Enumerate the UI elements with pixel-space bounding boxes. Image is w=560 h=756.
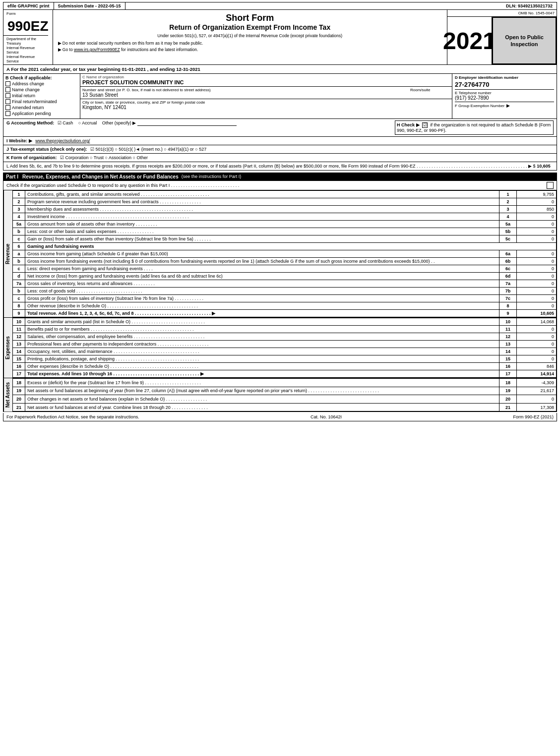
form-subtitle: Return of Organization Exempt From Incom… (58, 23, 442, 31)
form-of-org-row: K Form of organization: ☑ Corporation ○ … (3, 154, 557, 162)
org-name: PROJECT SOLUTION COMMUNITY INC (82, 79, 450, 85)
table-row: 20 Other changes in net assets or fund b… (13, 395, 557, 404)
part1-header: Part I Revenue, Expenses, and Changes in… (3, 173, 557, 181)
irs-link: ▶ Go to www.irs.gov/Form990EZ for instru… (58, 47, 442, 52)
address-value: 13 Susan Street (82, 92, 405, 98)
form-ref: Form 990-EZ (2021) (513, 414, 554, 419)
group-exemption-label: F Group Exemption Number (455, 104, 504, 108)
website-row: I Website: ▶ www.theprojectsolution.org/ (3, 137, 557, 145)
check-name-change: Name change (5, 87, 78, 92)
org-name-label: C Name of organization (82, 75, 450, 79)
check-initial-return: Initial return (5, 93, 78, 98)
tax-exempt-row: J Tax-exempt status (check only one): ☑ … (3, 145, 557, 154)
submission-date: Submission Date - 2022-05-15 (54, 2, 125, 9)
table-row: 2 Program service revenue including gove… (13, 198, 557, 206)
line-l-row: L Add lines 5b, 6c, and 7b to line 9 to … (3, 162, 557, 171)
table-row: c Less: direct expenses from gaming and … (13, 265, 557, 273)
table-row: 15 Printing, publications, postage, and … (13, 355, 557, 363)
table-row: 8 Other revenue (describe in Schedule O)… (13, 302, 557, 310)
omb-number: OMB No. 1545-0047 (447, 10, 557, 17)
dept-info: Department of the Treasury Internal Reve… (3, 35, 48, 64)
paperwork-notice: For Paperwork Reduction Act Notice, see … (6, 414, 139, 419)
table-row: c Gain or (loss) from sale of assets oth… (13, 235, 557, 243)
ein-value: 27-2764770 (455, 81, 554, 88)
checkbox-name[interactable] (5, 87, 10, 92)
city-value: Kingston, NY 12401 (82, 105, 450, 110)
city-label: City or town, state or province, country… (82, 100, 450, 105)
phone-value: (917) 922-7890 (455, 95, 554, 101)
table-row: 10 Grants and similar amounts paid (list… (13, 318, 557, 326)
table-row: 11 Benefits paid to or for members . . .… (13, 326, 557, 333)
table-row: a Gross income from gaming (attach Sched… (13, 250, 557, 258)
efile-label: efile GRAPHIC print (3, 2, 54, 9)
table-row: 7a Gross sales of inventory, less return… (13, 280, 557, 288)
table-row: 3 Membership dues and assessments . . . … (13, 206, 557, 213)
check-application-pending: Application pending (5, 111, 78, 116)
checkbox-amended[interactable] (5, 105, 10, 110)
section-b-label: B Check if applicable: (5, 75, 78, 80)
revenue-section-label: Revenue (3, 190, 12, 317)
form-title: Short Form (58, 13, 442, 23)
address-label: Number and street (or P. O. box, if mail… (82, 88, 405, 92)
initial-return-label: Initial return (12, 93, 35, 98)
cat-no: Cat. No. 10642I (311, 414, 342, 419)
phone-label: E Telephone number (455, 91, 554, 95)
form-number: 990EZ (3, 17, 53, 35)
table-row: 1 Contributions, gifts, grants, and simi… (13, 191, 557, 198)
address-change-label: Address change (12, 81, 44, 86)
section-h: H Check ▶ ☑ if the organization is not r… (395, 120, 554, 135)
expenses-section-label: Expenses (3, 318, 12, 378)
table-row: 14 Occupancy, rent, utilities, and maint… (13, 348, 557, 355)
table-row: c Gross profit or (loss) from sales of i… (13, 295, 557, 302)
checkbox-address[interactable] (5, 81, 10, 86)
form-label: Form (3, 10, 53, 17)
table-row: 21 Net assets or fund balances at end of… (13, 403, 557, 411)
footer: For Paperwork Reduction Act Notice, see … (3, 413, 557, 421)
table-row: d Net income or (loss) from gaming and f… (13, 273, 557, 280)
check-amended-return: Amended return (5, 105, 78, 110)
checkbox-initial[interactable] (5, 93, 10, 98)
table-row: 16 Other expenses (describe in Schedule … (13, 363, 557, 370)
section-a: A For the 2021 calendar year, or tax yea… (3, 65, 557, 74)
website-url[interactable]: www.theprojectsolution.org/ (35, 138, 90, 143)
section-g: G Accounting Method: ☑ Cash ○ Accrual Ot… (6, 120, 390, 126)
checkbox-final[interactable] (5, 99, 10, 104)
form-year: 2021 (447, 17, 492, 64)
table-row: 19 Net assets or fund balances at beginn… (13, 387, 557, 395)
open-to-public: Open to Public Inspection (492, 17, 557, 64)
amended-return-label: Amended return (12, 105, 44, 110)
table-row: b Gross income from fundraising events (… (13, 258, 557, 265)
final-return-label: Final return/terminated (12, 99, 57, 104)
application-pending-label: Application pending (12, 111, 51, 116)
table-row: b Less: cost of goods sold . . . . . . .… (13, 288, 557, 295)
check-address-change: Address change (5, 81, 78, 86)
table-row: 6 Gaming and fundraising events (13, 243, 557, 250)
net-assets-section-label: Net Assets (3, 378, 12, 411)
table-row: 18 Excess or (deficit) for the year (Sub… (13, 379, 557, 387)
table-row: 12 Salaries, other compensation, and emp… (13, 333, 557, 341)
name-change-label: Name change (12, 87, 40, 92)
part1-check-row: Check if the organization used Schedule … (3, 181, 557, 190)
checkbox-application[interactable] (5, 111, 10, 116)
ssn-notice: ▶ Do not enter social security numbers o… (58, 41, 442, 46)
table-row: 13 Professional fees and other payments … (13, 341, 557, 348)
under-section: Under section 501(c), 527, or 4947(a)(1)… (58, 33, 442, 38)
table-row: 17 Total expenses. Add lines 10 through … (13, 370, 557, 378)
room-label: Room/suite (410, 88, 450, 92)
table-row: 5a Gross amount from sale of assets othe… (13, 221, 557, 228)
table-row: 9 Total revenue. Add lines 1, 2, 3, 4, 5… (13, 310, 557, 317)
irs-url[interactable]: www.irs.gov/Form990EZ (74, 47, 120, 52)
table-row: b Less: cost or other basis and sales ex… (13, 228, 557, 235)
page: efile GRAPHIC print Submission Date - 20… (0, 0, 560, 423)
dln: DLN: 93492135021732 (502, 2, 557, 9)
group-exemption-arrow: ▶ (506, 103, 510, 108)
ein-label: D Employer identification number (455, 75, 554, 80)
check-final-return: Final return/terminated (5, 99, 78, 104)
table-row: 4 Investment income . . . . . . . . . . … (13, 213, 557, 221)
